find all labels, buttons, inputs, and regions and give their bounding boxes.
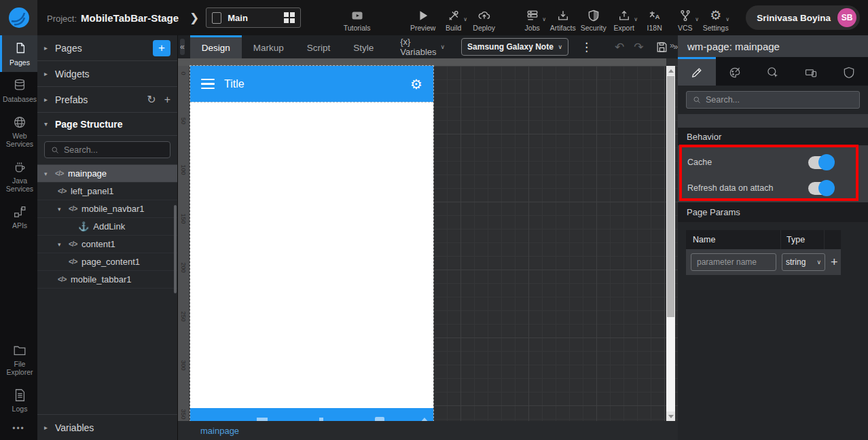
artifacts-button[interactable]: Artifacts: [547, 4, 578, 32]
caret-right-icon: ▸: [44, 96, 55, 103]
undo-button[interactable]: ↶: [615, 40, 624, 54]
folder-icon: [12, 343, 27, 358]
caret-right-icon: ▸: [44, 424, 55, 431]
tab-devices[interactable]: [792, 57, 830, 86]
tab-properties[interactable]: [678, 57, 716, 86]
refresh-prefabs-icon[interactable]: ↻: [147, 93, 156, 106]
tab-design[interactable]: Design: [190, 35, 242, 58]
property-row-cache: Cache: [678, 149, 868, 175]
more-actions-button[interactable]: ⋮: [581, 40, 592, 54]
code-icon: </>: [58, 276, 67, 283]
properties-panel: wm-page: mainpage Behavior: [678, 35, 868, 440]
param-type-select[interactable]: string ∨: [782, 253, 825, 271]
tree-item-mobile-navbar1[interactable]: ▾ </> mobile_navbar1: [37, 200, 177, 218]
add-param-button[interactable]: +: [831, 255, 838, 270]
search-input[interactable]: [44, 141, 170, 158]
search-input[interactable]: [686, 91, 860, 109]
add-prefab-icon[interactable]: +: [164, 94, 170, 106]
tab-markup[interactable]: Markup: [242, 35, 295, 58]
save-button[interactable]: [655, 41, 668, 54]
tab-security[interactable]: [830, 57, 868, 86]
navbar-gear-icon[interactable]: ⚙: [410, 76, 422, 92]
export-button[interactable]: ∨ Export: [609, 4, 639, 32]
pencil-icon: [690, 66, 704, 79]
device-preview[interactable]: Title ⚙: [190, 66, 433, 421]
build-button[interactable]: ∨ Build: [438, 4, 469, 32]
expand-inspector-button[interactable]: »: [670, 40, 674, 50]
param-type-value: string: [786, 257, 814, 267]
tree-item-mobile-tabbar1[interactable]: </> mobile_tabbar1: [37, 271, 177, 289]
scroll-up-button[interactable]: [666, 66, 675, 75]
caret-down-icon[interactable]: ▾: [58, 206, 65, 213]
pages-icon: [12, 41, 27, 56]
hamburger-menu-icon[interactable]: [201, 79, 215, 90]
app-logo[interactable]: [0, 0, 37, 35]
tree-item-left-panel1[interactable]: </> left_panel1: [37, 183, 177, 200]
canvas-scrollbar[interactable]: [666, 66, 675, 421]
sidebar-item-apis[interactable]: APIs: [0, 198, 37, 235]
section-title: Pages: [55, 43, 153, 54]
property-row-refresh-data: Refresh data on attach: [678, 175, 868, 201]
activity-spacer: [0, 235, 37, 336]
mobile-tabbar-widget[interactable]: [190, 408, 433, 421]
action-label: Tutorials: [344, 24, 371, 32]
section-title: Prefabs: [55, 94, 139, 105]
redo-button[interactable]: ↷: [634, 40, 643, 54]
action-label: Deploy: [473, 24, 495, 32]
caret-down-icon[interactable]: ▾: [44, 170, 51, 177]
sidebar-item-file-explorer[interactable]: File Explorer: [0, 337, 37, 382]
tree-item-content1[interactable]: ▾ </> content1: [37, 236, 177, 253]
mobile-navbar-widget[interactable]: Title ⚙: [190, 66, 433, 102]
section-widgets[interactable]: ▸ Widgets: [37, 61, 177, 87]
cache-toggle[interactable]: [808, 156, 833, 169]
tree-item-mainpage[interactable]: ▾ </> mainpage: [37, 165, 177, 183]
sidebar-item-java-services[interactable]: Java Services: [0, 153, 37, 198]
sidebar-item-logs[interactable]: Logs: [0, 382, 37, 418]
user-menu[interactable]: Srinivasa Boyina SB: [746, 5, 860, 30]
settings-button[interactable]: ⚙ ∨ Settings: [700, 4, 731, 32]
tree-item-page-content1[interactable]: </> page_content1: [37, 253, 177, 271]
vcs-button[interactable]: ∨ VCS: [670, 4, 700, 32]
more-options-button[interactable]: •••: [0, 418, 37, 440]
tutorials-button[interactable]: Tutorials: [342, 4, 372, 32]
section-prefabs[interactable]: ▸ Prefabs ↻ +: [37, 87, 177, 113]
open-file-tab-mainpage[interactable]: mainpage: [200, 426, 239, 436]
code-icon: </>: [69, 258, 77, 265]
explorer-scrollbar[interactable]: [174, 205, 177, 293]
deploy-button[interactable]: Deploy: [469, 4, 499, 32]
tab-events[interactable]: [754, 57, 792, 86]
scroll-down-button[interactable]: [666, 411, 675, 421]
tab-script[interactable]: Script: [295, 35, 342, 58]
param-name-input[interactable]: [691, 253, 776, 271]
device-selector[interactable]: Samsung Galaxy Note III ∨: [461, 38, 568, 56]
i18n-button[interactable]: A I18N: [639, 4, 670, 32]
tree-item-addlink[interactable]: ⚓ AddLink: [37, 218, 177, 236]
collapse-left-panel-button[interactable]: «: [180, 39, 185, 55]
design-canvas[interactable]: 0 50 100 150 200 250 300 350 Title ⚙: [178, 58, 678, 421]
page-grid-icon[interactable]: [284, 12, 295, 23]
security-button[interactable]: Security: [578, 4, 609, 32]
section-variables[interactable]: ▸ Variables: [37, 414, 177, 440]
variables-dropdown[interactable]: {x} Variables ∨: [400, 37, 445, 57]
section-behavior[interactable]: Behavior: [678, 128, 868, 145]
section-page-structure[interactable]: ▾ Page Structure: [37, 113, 177, 136]
page-icon: [212, 12, 221, 24]
caret-down-icon[interactable]: ▾: [58, 241, 65, 248]
tab-styles[interactable]: [716, 57, 754, 86]
sidebar-item-pages[interactable]: Pages: [0, 35, 37, 72]
section-page-params[interactable]: Page Params: [678, 202, 868, 222]
page-selector[interactable]: Main: [206, 7, 301, 28]
jobs-button[interactable]: ∨ Jobs: [517, 4, 547, 32]
property-label: Refresh data on attach: [687, 183, 773, 193]
properties-search: [678, 86, 868, 109]
preview-button[interactable]: Preview: [408, 4, 438, 32]
sidebar-item-databases[interactable]: Databases: [0, 72, 37, 109]
action-label: Jobs: [525, 24, 540, 32]
scrollbar-thumb[interactable]: [667, 76, 674, 317]
add-page-button[interactable]: +: [153, 40, 170, 56]
tab-style[interactable]: Style: [342, 35, 385, 58]
sidebar-item-web-services[interactable]: Web Services: [0, 109, 37, 153]
refresh-data-toggle[interactable]: [808, 182, 833, 195]
section-pages[interactable]: ▸ Pages +: [37, 35, 177, 61]
page-content-widget[interactable]: [190, 102, 433, 408]
